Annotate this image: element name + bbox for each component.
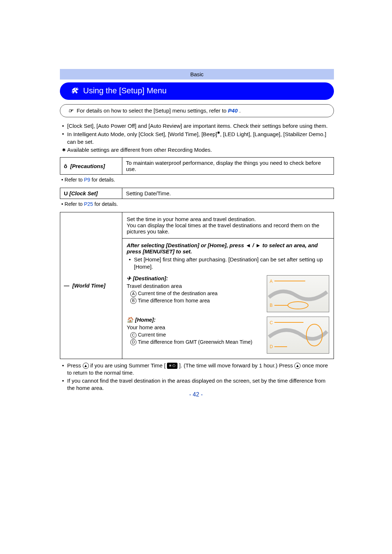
worldtime-step: After selecting [Destination] or [Home],…	[127, 242, 329, 254]
opt-dest-title: [Destination]:	[133, 275, 168, 281]
setup-icon: 🛠	[71, 87, 78, 95]
opt-dest-b: B Time difference from home area	[130, 298, 262, 304]
worldtime-label: [World Time]	[72, 282, 105, 289]
category-band: Basic	[60, 69, 334, 80]
left-arrow-icon: ◄	[246, 242, 251, 248]
worldtime-row: — [World Time] Set the time in your home…	[60, 212, 334, 359]
right-arrow-icon: ►	[256, 242, 261, 248]
page-number: - 42 -	[0, 391, 392, 398]
summer-time-icon: ☀⏲	[167, 363, 177, 369]
worldtime-intro1: Set the time in your home area and trave…	[127, 216, 329, 222]
precautions-row: ô [Precautions] To maintain waterproof p…	[60, 157, 334, 175]
worldtime-icon: —	[64, 282, 71, 289]
precautions-desc: To maintain waterproof performance, disp…	[122, 158, 334, 175]
opt-dest-sub: Travel destination area	[127, 282, 262, 290]
clockset-ref: Refer to P25 for details.	[61, 201, 334, 207]
up-press-icon-2: ▲	[294, 363, 301, 369]
precautions-ref: Refer to P9 for details.	[61, 177, 334, 183]
clockset-desc: Setting Date/Time.	[122, 188, 334, 199]
opt-home-sub: Your home area	[127, 324, 262, 331]
opt-dest-a: A Current time of the destination area	[130, 290, 262, 297]
precautions-label: [Precautions]	[70, 163, 105, 169]
clockset-icon: U	[64, 190, 68, 196]
thumb-label-b: B	[270, 303, 273, 308]
worldtime-step-note: Set [Home] first thing after purchasing.…	[129, 256, 327, 271]
home-icon: 🏠	[127, 317, 135, 323]
worldtime-intro2: You can display the local times at the t…	[127, 222, 329, 235]
clockset-label: [Clock Set]	[69, 190, 98, 196]
hand-icon: ☞	[68, 107, 73, 114]
link-p25[interactable]: P25	[84, 201, 93, 207]
link-p9[interactable]: P9	[84, 177, 90, 183]
refer-text-pre: For details on how to select the [Setup]…	[77, 107, 228, 114]
home-map-thumb: C D	[267, 317, 329, 354]
opt-home-c: C Current time	[130, 332, 262, 338]
precautions-icon: ô	[64, 163, 69, 169]
intro-bullet-star: Available settings are different from ot…	[62, 146, 332, 154]
intro-bullet-2: In Intelligent Auto Mode, only [Clock Se…	[62, 130, 332, 146]
opt-home-title: [Home]:	[135, 317, 156, 323]
foot-bullets: Press ▲ if you are using Summer Time [ ☀…	[60, 362, 334, 392]
plane-icon: ✈	[127, 275, 133, 281]
svg-point-0	[288, 302, 308, 309]
clockset-row: U [Clock Set] Setting Date/Time.	[60, 188, 334, 199]
intro-bullet-1: [Clock Set], [Auto Power Off] and [Auto …	[62, 122, 332, 130]
link-p40[interactable]: P40	[228, 107, 238, 114]
thumb-label-c: C	[270, 320, 273, 325]
page-title: 🛠 Using the [Setup] Menu	[60, 82, 334, 100]
thumb-label-a: A	[270, 279, 273, 284]
up-press-icon: ▲	[83, 363, 89, 369]
destination-map-thumb: A B	[267, 275, 329, 312]
intro-bullets: [Clock Set], [Auto Power Off] and [Auto …	[60, 122, 334, 154]
refer-setup-menu: ☞ For details on how to select the [Setu…	[60, 104, 334, 117]
thumb-label-d: D	[270, 344, 273, 349]
page-title-text: Using the [Setup] Menu	[83, 86, 167, 95]
foot-bullet-2: If you cannot find the travel destinatio…	[62, 377, 332, 392]
refer-text-suf: .	[239, 107, 241, 114]
foot-bullet-1: Press ▲ if you are using Summer Time [ ☀…	[62, 362, 332, 377]
opt-home-d: D Time difference from GMT (Greenwich Me…	[130, 339, 262, 346]
